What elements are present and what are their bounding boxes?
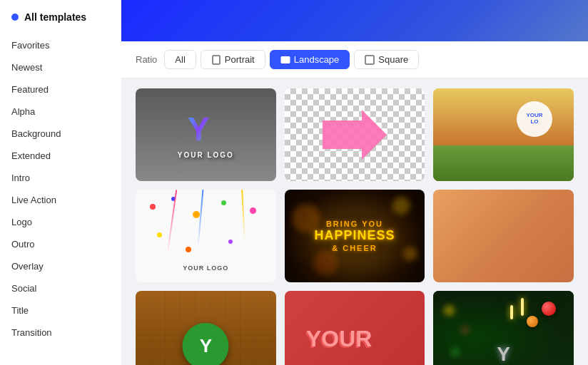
balloon-logo: YOURLO — [517, 101, 552, 137]
sidebar-item-favorites[interactable]: Favorites — [0, 34, 121, 56]
sidebar-item-social[interactable]: Social — [0, 277, 121, 299]
christmas-y-letter: Y — [497, 343, 510, 365]
red-3d-text-icon: YOUR YOUR — [290, 309, 419, 365]
template-item-confetti[interactable]: YOUR LOGO — [136, 190, 276, 282]
portrait-icon — [211, 55, 221, 65]
sidebar-item-background[interactable]: Background — [0, 123, 121, 145]
template-item-balloon[interactable]: YOURLO — [433, 88, 574, 181]
template-item-red-3d[interactable]: YOUR YOUR — [285, 291, 425, 365]
filter-square[interactable]: Square — [354, 50, 419, 69]
sidebar-item-alpha[interactable]: Alpha — [0, 101, 121, 123]
happiness-line2: HAPPINESS — [314, 228, 395, 244]
svg-text:YOUR: YOUR — [306, 326, 372, 351]
template-grid-scroll: Y YOUR LOGO YOURLO — [121, 78, 588, 365]
template-item-arrow[interactable] — [285, 88, 425, 181]
sidebar-item-newest[interactable]: Newest — [0, 56, 121, 78]
sidebar-item-outro[interactable]: Outro — [0, 233, 121, 255]
landscape-icon — [280, 55, 290, 65]
svg-marker-4 — [323, 110, 387, 160]
happiness-line3: & CHEER — [314, 244, 395, 252]
svg-text:Y: Y — [188, 110, 210, 148]
filter-portrait[interactable]: Portrait — [201, 50, 265, 69]
sidebar-item-logo[interactable]: Logo — [0, 211, 121, 233]
svg-rect-2 — [365, 56, 374, 64]
sidebar: All templates Favorites Newest Featured … — [0, 0, 121, 365]
active-dot — [11, 14, 19, 21]
svg-rect-0 — [213, 56, 220, 64]
sidebar-item-extended[interactable]: Extended — [0, 145, 121, 167]
filter-landscape[interactable]: Landscape — [270, 50, 350, 69]
sidebar-item-transition[interactable]: Transition — [0, 322, 121, 344]
sidebar-item-overlay[interactable]: Overlay — [0, 255, 121, 277]
sidebar-title: All templates — [24, 11, 86, 23]
filter-all[interactable]: All — [164, 50, 196, 69]
ratio-label: Ratio — [136, 54, 157, 65]
sidebar-item-title[interactable]: Title — [0, 299, 121, 322]
template-item-logo-3d[interactable]: Y YOUR LOGO — [136, 88, 276, 181]
sidebar-item-featured[interactable]: Featured — [0, 78, 121, 101]
green-logo-circle: Y — [183, 323, 229, 365]
template-item-orange[interactable] — [433, 190, 574, 282]
top-header — [121, 0, 588, 41]
svg-rect-1 — [281, 56, 290, 63]
happiness-line1: BRING YOU — [314, 220, 395, 228]
template-item-happiness[interactable]: BRING YOU HAPPINESS & CHEER — [285, 190, 425, 282]
template-grid: Y YOUR LOGO YOURLO — [136, 88, 574, 365]
template-item-wood-logo[interactable]: Y — [136, 291, 276, 365]
filter-bar: Ratio All Portrait Landscape Square — [121, 41, 588, 78]
template-item-christmas[interactable]: Y — [433, 291, 574, 365]
logo-3d-icon: Y — [184, 110, 227, 150]
main-content: Ratio All Portrait Landscape Square — [121, 0, 588, 365]
green-logo-y-letter: Y — [200, 335, 212, 357]
arrow-pink-icon — [323, 110, 387, 160]
sidebar-item-intro[interactable]: Intro — [0, 167, 121, 189]
sidebar-header: All templates — [0, 11, 121, 34]
sidebar-item-live-action[interactable]: Live Action — [0, 189, 121, 211]
square-icon — [365, 55, 375, 65]
